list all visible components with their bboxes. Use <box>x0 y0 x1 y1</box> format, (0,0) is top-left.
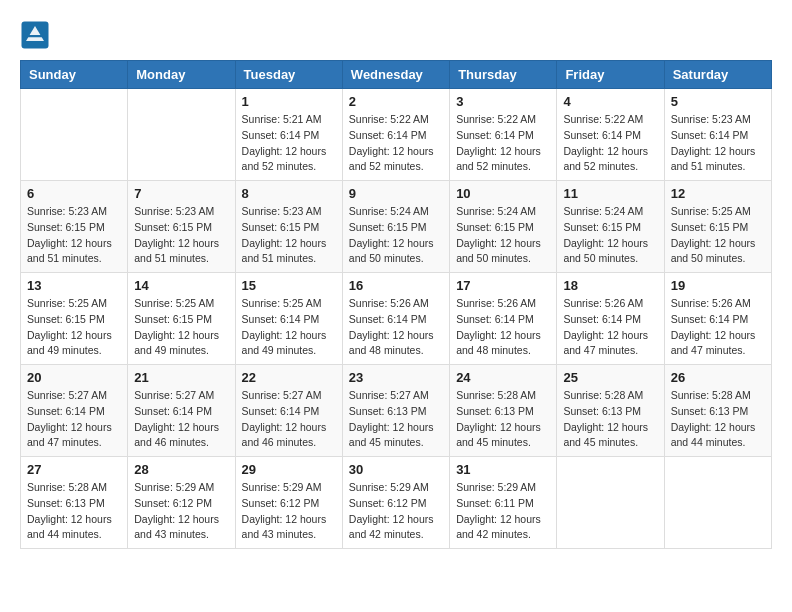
logo <box>20 20 54 50</box>
calendar-cell: 8Sunrise: 5:23 AM Sunset: 6:15 PM Daylig… <box>235 181 342 273</box>
day-info: Sunrise: 5:27 AM Sunset: 6:14 PM Dayligh… <box>134 388 228 451</box>
weekday-header-sunday: Sunday <box>21 61 128 89</box>
day-number: 31 <box>456 462 550 477</box>
day-info: Sunrise: 5:24 AM Sunset: 6:15 PM Dayligh… <box>456 204 550 267</box>
day-number: 6 <box>27 186 121 201</box>
day-info: Sunrise: 5:28 AM Sunset: 6:13 PM Dayligh… <box>671 388 765 451</box>
day-number: 15 <box>242 278 336 293</box>
calendar-cell: 23Sunrise: 5:27 AM Sunset: 6:13 PM Dayli… <box>342 365 449 457</box>
calendar-cell: 30Sunrise: 5:29 AM Sunset: 6:12 PM Dayli… <box>342 457 449 549</box>
calendar-cell: 16Sunrise: 5:26 AM Sunset: 6:14 PM Dayli… <box>342 273 449 365</box>
calendar-cell: 31Sunrise: 5:29 AM Sunset: 6:11 PM Dayli… <box>450 457 557 549</box>
calendar-cell: 2Sunrise: 5:22 AM Sunset: 6:14 PM Daylig… <box>342 89 449 181</box>
day-number: 19 <box>671 278 765 293</box>
day-info: Sunrise: 5:25 AM Sunset: 6:15 PM Dayligh… <box>671 204 765 267</box>
day-info: Sunrise: 5:25 AM Sunset: 6:15 PM Dayligh… <box>134 296 228 359</box>
day-info: Sunrise: 5:22 AM Sunset: 6:14 PM Dayligh… <box>563 112 657 175</box>
day-number: 16 <box>349 278 443 293</box>
calendar-cell: 15Sunrise: 5:25 AM Sunset: 6:14 PM Dayli… <box>235 273 342 365</box>
day-info: Sunrise: 5:28 AM Sunset: 6:13 PM Dayligh… <box>27 480 121 543</box>
day-info: Sunrise: 5:23 AM Sunset: 6:15 PM Dayligh… <box>27 204 121 267</box>
page-header <box>20 20 772 50</box>
day-number: 27 <box>27 462 121 477</box>
day-number: 14 <box>134 278 228 293</box>
day-number: 2 <box>349 94 443 109</box>
calendar-cell: 7Sunrise: 5:23 AM Sunset: 6:15 PM Daylig… <box>128 181 235 273</box>
day-info: Sunrise: 5:27 AM Sunset: 6:14 PM Dayligh… <box>27 388 121 451</box>
weekday-header-thursday: Thursday <box>450 61 557 89</box>
calendar-cell: 17Sunrise: 5:26 AM Sunset: 6:14 PM Dayli… <box>450 273 557 365</box>
weekday-header-monday: Monday <box>128 61 235 89</box>
weekday-header-saturday: Saturday <box>664 61 771 89</box>
day-info: Sunrise: 5:26 AM Sunset: 6:14 PM Dayligh… <box>456 296 550 359</box>
calendar-cell: 11Sunrise: 5:24 AM Sunset: 6:15 PM Dayli… <box>557 181 664 273</box>
day-number: 23 <box>349 370 443 385</box>
day-number: 26 <box>671 370 765 385</box>
day-number: 7 <box>134 186 228 201</box>
calendar-cell: 21Sunrise: 5:27 AM Sunset: 6:14 PM Dayli… <box>128 365 235 457</box>
calendar-cell: 10Sunrise: 5:24 AM Sunset: 6:15 PM Dayli… <box>450 181 557 273</box>
day-number: 21 <box>134 370 228 385</box>
day-number: 9 <box>349 186 443 201</box>
calendar-cell: 5Sunrise: 5:23 AM Sunset: 6:14 PM Daylig… <box>664 89 771 181</box>
calendar-cell: 26Sunrise: 5:28 AM Sunset: 6:13 PM Dayli… <box>664 365 771 457</box>
calendar-week-3: 13Sunrise: 5:25 AM Sunset: 6:15 PM Dayli… <box>21 273 772 365</box>
calendar-cell: 13Sunrise: 5:25 AM Sunset: 6:15 PM Dayli… <box>21 273 128 365</box>
day-info: Sunrise: 5:21 AM Sunset: 6:14 PM Dayligh… <box>242 112 336 175</box>
day-number: 24 <box>456 370 550 385</box>
calendar-cell: 12Sunrise: 5:25 AM Sunset: 6:15 PM Dayli… <box>664 181 771 273</box>
calendar-cell <box>664 457 771 549</box>
calendar-week-4: 20Sunrise: 5:27 AM Sunset: 6:14 PM Dayli… <box>21 365 772 457</box>
day-number: 13 <box>27 278 121 293</box>
day-info: Sunrise: 5:27 AM Sunset: 6:13 PM Dayligh… <box>349 388 443 451</box>
weekday-header-tuesday: Tuesday <box>235 61 342 89</box>
calendar-cell <box>557 457 664 549</box>
day-info: Sunrise: 5:23 AM Sunset: 6:15 PM Dayligh… <box>242 204 336 267</box>
calendar-cell: 19Sunrise: 5:26 AM Sunset: 6:14 PM Dayli… <box>664 273 771 365</box>
logo-icon <box>20 20 50 50</box>
day-info: Sunrise: 5:27 AM Sunset: 6:14 PM Dayligh… <box>242 388 336 451</box>
day-number: 18 <box>563 278 657 293</box>
calendar-cell: 1Sunrise: 5:21 AM Sunset: 6:14 PM Daylig… <box>235 89 342 181</box>
day-info: Sunrise: 5:24 AM Sunset: 6:15 PM Dayligh… <box>563 204 657 267</box>
day-info: Sunrise: 5:22 AM Sunset: 6:14 PM Dayligh… <box>349 112 443 175</box>
day-info: Sunrise: 5:26 AM Sunset: 6:14 PM Dayligh… <box>349 296 443 359</box>
day-number: 8 <box>242 186 336 201</box>
calendar-cell: 9Sunrise: 5:24 AM Sunset: 6:15 PM Daylig… <box>342 181 449 273</box>
calendar-cell: 20Sunrise: 5:27 AM Sunset: 6:14 PM Dayli… <box>21 365 128 457</box>
day-info: Sunrise: 5:22 AM Sunset: 6:14 PM Dayligh… <box>456 112 550 175</box>
day-number: 28 <box>134 462 228 477</box>
weekday-header-wednesday: Wednesday <box>342 61 449 89</box>
calendar-cell: 22Sunrise: 5:27 AM Sunset: 6:14 PM Dayli… <box>235 365 342 457</box>
calendar-cell <box>128 89 235 181</box>
calendar-cell: 3Sunrise: 5:22 AM Sunset: 6:14 PM Daylig… <box>450 89 557 181</box>
weekday-header-friday: Friday <box>557 61 664 89</box>
day-info: Sunrise: 5:28 AM Sunset: 6:13 PM Dayligh… <box>563 388 657 451</box>
day-info: Sunrise: 5:29 AM Sunset: 6:12 PM Dayligh… <box>134 480 228 543</box>
calendar-week-2: 6Sunrise: 5:23 AM Sunset: 6:15 PM Daylig… <box>21 181 772 273</box>
day-number: 20 <box>27 370 121 385</box>
svg-rect-2 <box>28 35 43 37</box>
day-number: 1 <box>242 94 336 109</box>
day-info: Sunrise: 5:24 AM Sunset: 6:15 PM Dayligh… <box>349 204 443 267</box>
day-number: 29 <box>242 462 336 477</box>
day-info: Sunrise: 5:26 AM Sunset: 6:14 PM Dayligh… <box>671 296 765 359</box>
calendar-cell: 4Sunrise: 5:22 AM Sunset: 6:14 PM Daylig… <box>557 89 664 181</box>
calendar-cell: 14Sunrise: 5:25 AM Sunset: 6:15 PM Dayli… <box>128 273 235 365</box>
day-info: Sunrise: 5:26 AM Sunset: 6:14 PM Dayligh… <box>563 296 657 359</box>
day-info: Sunrise: 5:25 AM Sunset: 6:14 PM Dayligh… <box>242 296 336 359</box>
day-info: Sunrise: 5:25 AM Sunset: 6:15 PM Dayligh… <box>27 296 121 359</box>
calendar-cell: 28Sunrise: 5:29 AM Sunset: 6:12 PM Dayli… <box>128 457 235 549</box>
day-info: Sunrise: 5:23 AM Sunset: 6:14 PM Dayligh… <box>671 112 765 175</box>
calendar-cell: 6Sunrise: 5:23 AM Sunset: 6:15 PM Daylig… <box>21 181 128 273</box>
day-number: 25 <box>563 370 657 385</box>
calendar-cell <box>21 89 128 181</box>
day-info: Sunrise: 5:23 AM Sunset: 6:15 PM Dayligh… <box>134 204 228 267</box>
day-number: 5 <box>671 94 765 109</box>
day-info: Sunrise: 5:29 AM Sunset: 6:11 PM Dayligh… <box>456 480 550 543</box>
day-number: 30 <box>349 462 443 477</box>
calendar-header: SundayMondayTuesdayWednesdayThursdayFrid… <box>21 61 772 89</box>
day-number: 12 <box>671 186 765 201</box>
day-number: 4 <box>563 94 657 109</box>
calendar-cell: 29Sunrise: 5:29 AM Sunset: 6:12 PM Dayli… <box>235 457 342 549</box>
